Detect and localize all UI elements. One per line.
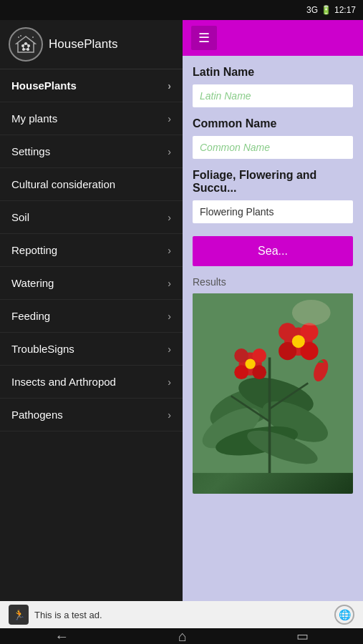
main-layout: HousePlants HousePlants›My plants›Settin… — [0, 20, 363, 601]
common-name-label: Common Name — [193, 117, 353, 130]
sidebar: HousePlants HousePlants›My plants›Settin… — [0, 20, 183, 601]
nav-buttons: ← ⌂ ▭ — [0, 628, 363, 644]
ad-globe-icon[interactable]: 🌐 — [334, 605, 354, 625]
sidebar-item-label-houseplants: HousePlants — [11, 79, 77, 92]
sidebar-item-insects-arthropod[interactable]: Insects and Arthropod› — [0, 366, 183, 399]
svg-point-33 — [292, 300, 331, 326]
sidebar-item-label-insects-arthropod: Insects and Arthropod — [11, 376, 116, 388]
sidebar-item-label-cultural-consideration: Cultural consideration — [11, 178, 115, 190]
status-bar: 3G 🔋 12:17 — [0, 0, 363, 20]
sidebar-chevron-soil: › — [168, 212, 171, 223]
foliage-dropdown[interactable]: Foliage Plants Flowering Plants Succulen… — [193, 200, 353, 223]
results-section: Results — [193, 276, 353, 494]
sidebar-item-label-repotting: Repotting — [11, 244, 57, 256]
sidebar-chevron-houseplants: › — [168, 80, 171, 92]
svg-point-4 — [27, 44, 30, 47]
content-panel: ☰ Latin Name Common Name Foliage, Flower… — [183, 20, 363, 601]
sidebar-item-cultural-consideration[interactable]: Cultural consideration — [0, 168, 183, 201]
svg-point-31 — [245, 358, 255, 369]
sidebar-chevron-repotting: › — [168, 245, 171, 256]
sidebar-item-label-troublesigns: TroubleSigns — [11, 343, 74, 355]
results-image — [193, 293, 353, 494]
sidebar-item-label-pathogens: Pathogens — [11, 409, 63, 421]
sidebar-chevron-pathogens: › — [168, 409, 171, 421]
sidebar-item-pathogens[interactable]: Pathogens› — [0, 399, 183, 431]
svg-point-28 — [252, 348, 266, 363]
foliage-section: Foliage, Flowering and Succu... Foliage … — [193, 169, 353, 223]
battery-icon: 🔋 — [321, 5, 331, 15]
sidebar-item-label-watering: Watering — [11, 277, 54, 289]
svg-point-2 — [24, 42, 27, 45]
svg-point-3 — [21, 44, 24, 47]
svg-point-29 — [234, 365, 248, 379]
svg-point-30 — [252, 365, 266, 379]
sidebar-chevron-feeding: › — [168, 311, 171, 322]
foliage-label: Foliage, Flowering and Succu... — [193, 169, 353, 195]
sidebar-item-troublesigns[interactable]: TroubleSigns› — [0, 333, 183, 366]
svg-point-6 — [26, 48, 29, 51]
search-button[interactable]: Sea... — [193, 236, 353, 266]
sidebar-item-repotting[interactable]: Repotting› — [0, 234, 183, 267]
content-header: ☰ — [183, 20, 363, 56]
network-indicator: 3G — [306, 5, 318, 15]
ad-person-icon: 🏃 — [13, 609, 25, 620]
sidebar-item-label-my-plants: My plants — [11, 112, 57, 125]
recent-apps-button[interactable]: ▭ — [282, 628, 323, 644]
latin-name-label: Latin Name — [193, 66, 353, 79]
svg-point-7 — [18, 36, 19, 38]
sidebar-item-my-plants[interactable]: My plants› — [0, 102, 183, 135]
ad-icon: 🏃 — [9, 605, 29, 625]
sidebar-item-watering[interactable]: Watering› — [0, 267, 183, 300]
sidebar-chevron-settings: › — [168, 146, 171, 157]
sidebar-item-soil[interactable]: Soil› — [0, 201, 183, 234]
sidebar-nav: HousePlants›My plants›Settings›Cultural … — [0, 69, 183, 601]
sidebar-item-settings[interactable]: Settings› — [0, 135, 183, 168]
common-name-section: Common Name — [193, 117, 353, 159]
sidebar-chevron-insects-arthropod: › — [168, 376, 171, 388]
sidebar-chevron-troublesigns: › — [168, 343, 171, 355]
svg-point-5 — [22, 48, 25, 51]
common-name-input[interactable] — [193, 136, 353, 159]
app-logo — [9, 27, 43, 62]
content-body: Latin Name Common Name Foliage, Flowerin… — [183, 56, 363, 601]
latin-name-input[interactable] — [193, 84, 353, 107]
svg-point-9 — [32, 36, 34, 38]
latin-name-section: Latin Name — [193, 66, 353, 107]
svg-point-25 — [292, 335, 305, 348]
sidebar-item-label-feeding: Feeding — [11, 310, 50, 322]
sidebar-item-label-settings: Settings — [11, 145, 50, 157]
svg-point-8 — [20, 35, 21, 36]
ad-text: This is a test ad. — [34, 610, 329, 620]
sidebar-app-name: HousePlants — [49, 37, 117, 52]
bottom-bar: 🏃 This is a test ad. 🌐 ← ⌂ ▭ — [0, 601, 363, 644]
hamburger-button[interactable]: ☰ — [191, 26, 217, 50]
time-display: 12:17 — [334, 5, 356, 15]
sidebar-chevron-my-plants: › — [168, 113, 171, 125]
ad-banner: 🏃 This is a test ad. 🌐 — [0, 601, 363, 628]
sidebar-chevron-watering: › — [168, 278, 171, 289]
back-button[interactable]: ← — [40, 628, 83, 645]
sidebar-item-houseplants[interactable]: HousePlants› — [0, 69, 183, 102]
sidebar-item-feeding[interactable]: Feeding› — [0, 300, 183, 333]
svg-point-27 — [234, 348, 248, 363]
results-label: Results — [193, 276, 353, 288]
home-button[interactable]: ⌂ — [164, 628, 201, 645]
sidebar-item-label-soil: Soil — [11, 211, 29, 223]
status-icons: 3G 🔋 12:17 — [306, 5, 356, 15]
sidebar-header: HousePlants — [0, 20, 183, 69]
